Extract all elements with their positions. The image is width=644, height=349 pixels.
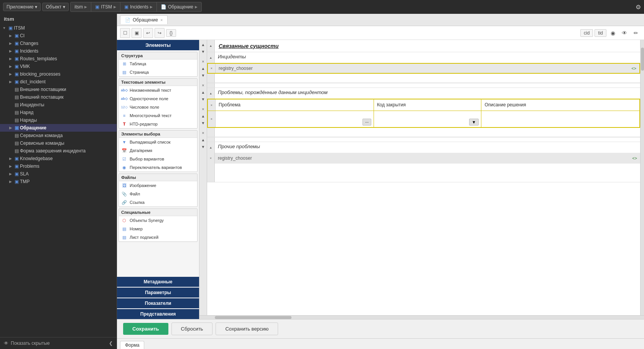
undo-btn[interactable]: ↩ (143, 28, 153, 38)
elements-item-multiline[interactable]: ≡ Многострочный текст (119, 111, 197, 120)
elements-item-number[interactable]: 12◇ Числовое поле (119, 103, 197, 111)
sidebar-item-itsm[interactable]: ▼ ▣ ITSM (0, 24, 117, 32)
canvas-ctrl-5[interactable]: ▼ (200, 72, 206, 78)
sidebar-item-service-teams[interactable]: ▶ ▤ Сервисные команды (0, 139, 117, 147)
elements-item-image[interactable]: 🖼 Изображение (119, 181, 197, 190)
elements-item-checkbox[interactable]: ☑ Выбор вариантов (119, 155, 197, 163)
elements-item-dropdown[interactable]: ▼ Выпадающий список (119, 138, 197, 146)
sidebar-item-incidents2[interactable]: ▶ ▤ Инциденты (0, 101, 117, 109)
json-btn[interactable]: {} (166, 29, 176, 37)
views-btn[interactable]: Представления (117, 309, 199, 319)
tid-btn[interactable]: tid (595, 29, 606, 37)
canvas-ctrl-4[interactable]: ▲ (200, 65, 206, 71)
problems-table-ctrl1[interactable]: × (208, 99, 216, 111)
elements-item-datetime[interactable]: 📅 Дата/время (119, 146, 197, 155)
other-problems-registry-code[interactable]: <> (632, 156, 637, 160)
breadcrumb-itsm[interactable]: itsm ▶ (71, 2, 91, 12)
elements-item-radio[interactable]: ◉ Переключатель вариантов (119, 163, 197, 172)
problems-arrow-btn[interactable]: ▼ (469, 119, 479, 126)
other-problems-registry-chooser[interactable]: registry_chooser <> (215, 153, 640, 164)
eye-off-btn[interactable]: ◉ (608, 28, 618, 38)
canvas-ctrl-12[interactable]: × (200, 130, 206, 136)
sidebar-item-service-team[interactable]: ▶ ▤ Сервисная команда (0, 132, 117, 139)
problems-side-ctrl[interactable]: ▲ (207, 88, 215, 99)
canvas-vscroll[interactable] (640, 40, 644, 315)
metadata-btn[interactable]: Метаданные (117, 277, 199, 287)
save-button[interactable]: Сохранить (123, 323, 168, 335)
canvas-ctrl-2[interactable]: ▼ (200, 48, 206, 55)
sidebar-item-sla[interactable]: ▶ ▣ SLA (0, 170, 117, 178)
problems-dots-btn[interactable]: ··· (362, 119, 371, 126)
sidebar-item-problems[interactable]: ▶ ▣ Problems (0, 162, 117, 170)
obj-menu-button[interactable]: Объект ▾ (42, 3, 69, 11)
hscrollbar-thumb[interactable] (215, 316, 292, 319)
indicators-btn[interactable]: Показатели (117, 298, 199, 308)
other-problems-side-ctrl[interactable]: ▲ (207, 142, 215, 153)
incidents-side-ctrl[interactable]: ▲ (207, 52, 215, 63)
bottom-tab-form[interactable]: Форма (120, 341, 144, 349)
problems-row-ctrl[interactable]: × (208, 111, 216, 127)
sidebar-item-vmk[interactable]: ▶ ▣ VMK (0, 63, 117, 70)
canvas-ctrl-13[interactable]: ▲ (200, 137, 206, 143)
breadcrumb-ITSM[interactable]: ▣ ITSM ▶ (91, 2, 120, 12)
problems-row-code-cell[interactable]: ▼ (374, 111, 481, 127)
canvas-ctrl-1[interactable]: ▲ (200, 41, 206, 48)
elements-item-table[interactable]: ⊞ Таблица (119, 60, 197, 68)
save-version-button[interactable]: Сохранить версию (216, 323, 278, 335)
elements-item-signature[interactable]: ▤ Лист подписей (119, 233, 197, 241)
square-toolbar-btn[interactable]: ▣ (132, 28, 142, 38)
elements-item-page[interactable]: ▤ Страница (119, 68, 197, 76)
canvas-vscroll-thumb[interactable] (641, 48, 644, 71)
incidents-registry-ctrl[interactable]: × (208, 64, 216, 73)
sidebar-item-changes[interactable]: ▶ ▣ Changes (0, 40, 117, 47)
show-hidden-button[interactable]: 👁 Показать скрытые ❮ (0, 337, 117, 349)
canvas-ctrl-8[interactable]: ▼ (200, 96, 206, 102)
checkbox-toolbar-btn[interactable]: ☐ (120, 28, 130, 38)
sidebar-item-incidents[interactable]: ▶ ▣ Incidents (0, 47, 117, 55)
canvas-ctrl-10[interactable]: ▲ (200, 113, 206, 119)
cid-btn[interactable]: cid (580, 29, 593, 37)
canvas-ctrl-6[interactable]: × (200, 82, 206, 88)
canvas-ctrl-3[interactable]: × (200, 58, 206, 65)
tab-close-button[interactable]: × (160, 18, 163, 22)
elements-item-link[interactable]: 🔗 Ссылка (119, 198, 197, 207)
eye-btn[interactable]: 👁 (619, 28, 629, 38)
elements-item-file[interactable]: 📎 Файл (119, 190, 197, 198)
incidents-registry-chooser[interactable]: registry_chooser <> (216, 64, 639, 73)
sidebar-item-blocking[interactable]: ▶ ▣ blocking_processes (0, 70, 117, 78)
related-side-up[interactable]: ▲ (207, 40, 215, 52)
tab-obraschenie[interactable]: 📄 Обращение × (120, 15, 168, 24)
canvas-ctrl-9[interactable]: × (200, 106, 206, 112)
elements-item-html[interactable]: T НТD-редактор (119, 120, 197, 128)
sidebar-item-nariady[interactable]: ▶ ▤ Наряды (0, 116, 117, 124)
breadcrumb-incidents[interactable]: ▣ Incidents ▶ (120, 2, 157, 12)
elements-item-synergy[interactable]: ⬡ Объекты Synergy (119, 216, 197, 225)
canvas-ctrl-14[interactable]: ▼ (200, 144, 206, 150)
params-btn[interactable]: Параметры (117, 288, 199, 298)
breadcrumb-obraschenie[interactable]: 📄 Обращение ▶ (157, 2, 201, 12)
sidebar-item-ext-sup2[interactable]: ▶ ▤ Внешний поставщик (0, 93, 117, 101)
sidebar-item-routes[interactable]: ▶ ▣ Routes_templates (0, 55, 117, 63)
sidebar-item-ci[interactable]: ▶ ▣ CI (0, 32, 117, 40)
sidebar-item-knowledgebase[interactable]: ▶ ▣ Knowledgebase (0, 155, 117, 162)
sidebar-item-ext-sup[interactable]: ▶ ▤ Внешние поставщики (0, 86, 117, 93)
problems-row-problem-cell[interactable]: ··· (216, 111, 374, 127)
gear-button[interactable]: ⚙ (636, 3, 641, 11)
sidebar-item-dict[interactable]: ▶ ▣ dict_incident (0, 78, 117, 86)
canvas-ctrl-11[interactable]: ▼ (200, 120, 206, 126)
reset-button[interactable]: Сбросить (171, 323, 213, 335)
sidebar-item-form-zav[interactable]: ▶ ▤ Форма завершения инцидента (0, 147, 117, 155)
elements-item-static-text[interactable]: ab◇ Неизменяемый текст (119, 86, 197, 94)
edit-btn[interactable]: ✏ (631, 28, 641, 38)
redo-btn[interactable]: ↪ (155, 28, 165, 38)
sidebar-item-nariad[interactable]: ▶ ▤ Наряд (0, 109, 117, 116)
sidebar-item-tmp[interactable]: ▶ ▣ TMP (0, 178, 117, 185)
elements-item-single-line[interactable]: ab◇ Однострочное поле (119, 94, 197, 103)
app-menu-button[interactable]: Приложение ▾ (3, 3, 41, 11)
sidebar-item-obraschenie[interactable]: ▶ ▣ Обращение (0, 124, 117, 132)
hscrollbar[interactable] (199, 315, 644, 319)
other-problems-registry-ctrl[interactable]: × (207, 153, 215, 164)
elements-item-number2[interactable]: ▤ Номер (119, 225, 197, 233)
canvas-ctrl-7[interactable]: ▲ (200, 89, 206, 95)
incidents-registry-code[interactable]: <> (631, 66, 636, 71)
